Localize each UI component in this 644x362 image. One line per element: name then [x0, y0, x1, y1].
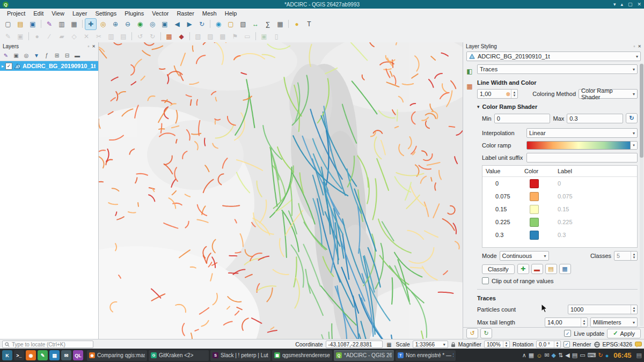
messages-icon[interactable]: [635, 342, 642, 348]
tray-update-icon[interactable]: ↻: [598, 352, 603, 359]
task-firefox-comparing[interactable]: ◉Comparing qgis:mast...: [87, 350, 147, 361]
tray-bluetooth-icon[interactable]: ◆: [552, 352, 556, 359]
expand-all-icon[interactable]: ⊞: [52, 51, 62, 60]
task-softmaker[interactable]: TNon enregistré * — Sp...: [396, 350, 456, 361]
color-map-row[interactable]: 0.30.3: [482, 228, 637, 241]
map-canvas[interactable]: [99, 42, 463, 339]
zoom-to-selection-icon[interactable]: ◎: [147, 18, 158, 30]
panel-settings-icon[interactable]: ▤: [636, 352, 642, 359]
open-layer-styling-icon[interactable]: ✎: [1, 51, 11, 60]
zoom-next-icon[interactable]: ▶: [184, 18, 195, 30]
menu-plugins[interactable]: Plugins: [121, 10, 148, 17]
min-input[interactable]: 0: [494, 114, 551, 123]
collapse-all-icon[interactable]: ⊟: [62, 51, 72, 60]
statistical-summary-icon[interactable]: ∑: [262, 18, 274, 30]
panel-scrollbar[interactable]: [640, 63, 643, 326]
task-slack[interactable]: SSlack | ! peterp | Lutr...: [210, 350, 270, 361]
tray-misc-icon[interactable]: ●: [605, 352, 609, 359]
clip-checkbox[interactable]: [482, 277, 489, 284]
filter-legend-icon[interactable]: ▼: [32, 51, 41, 60]
clear-value-icon[interactable]: ⊗: [506, 90, 511, 98]
color-map-row[interactable]: 0.0750.075: [482, 190, 637, 203]
interpolation-combo[interactable]: Linear: [526, 128, 638, 138]
tray-mail-icon[interactable]: ✉: [544, 352, 549, 359]
map-view[interactable]: [99, 42, 463, 339]
color-map-row[interactable]: 0.150.15: [482, 203, 637, 216]
menu-project[interactable]: Project: [3, 10, 29, 17]
filter-by-expression-icon[interactable]: ƒ: [42, 51, 52, 60]
menu-vector[interactable]: Vector: [148, 10, 172, 17]
project-new-icon[interactable]: ▢: [2, 18, 14, 30]
float-panel-icon[interactable]: ▫: [633, 44, 635, 49]
coordinate-input[interactable]: -43.1087,-22.8381: [326, 341, 383, 348]
map-refresh-icon[interactable]: ↻: [196, 18, 208, 30]
rotation-spinbox[interactable]: 0.0 ° ▲▼: [536, 341, 561, 348]
menu-edit[interactable]: Edit: [30, 10, 47, 17]
tray-clipboard-icon[interactable]: ▤: [572, 352, 577, 359]
color-ramp-dropdown-icon[interactable]: ▾: [631, 141, 638, 150]
project-open-icon[interactable]: ▤: [14, 18, 26, 30]
renderer-combo[interactable]: Traces: [477, 64, 638, 74]
float-panel-icon[interactable]: ▫: [87, 44, 89, 49]
zoom-to-layer-icon[interactable]: ▣: [159, 18, 171, 30]
tray-emoji-icon[interactable]: ☺: [536, 352, 542, 359]
close-window-icon[interactable]: ✕: [637, 2, 641, 7]
tray-expand-icon[interactable]: ∧: [522, 352, 526, 359]
zoom-last-icon[interactable]: ◀: [171, 18, 183, 30]
expander-icon[interactable]: ▸: [2, 64, 4, 69]
menu-view[interactable]: View: [48, 10, 68, 17]
layout-manager-icon[interactable]: ▦: [68, 18, 80, 30]
new-print-layout-icon[interactable]: ▥: [56, 18, 68, 30]
magnifier-spinbox[interactable]: 100% ▲▼: [484, 341, 510, 348]
map-tips-icon[interactable]: ●: [291, 18, 303, 30]
live-update-checkbox[interactable]: ✓: [564, 330, 571, 337]
layer-visibility-checkbox[interactable]: ✓: [5, 63, 12, 70]
apply-button[interactable]: ✓ Apply: [607, 329, 641, 338]
ql-launcher-icon[interactable]: QL: [73, 350, 83, 360]
pan-to-selection-icon[interactable]: ◎: [97, 18, 109, 30]
measure-line-icon[interactable]: ↔: [250, 18, 261, 30]
layers-tree[interactable]: ▸ ✓ ADCIRC_BG_20190910_1t: [0, 61, 98, 339]
classify-button[interactable]: Classify: [482, 264, 515, 274]
color-swatch[interactable]: [530, 192, 539, 201]
reload-min-max-button[interactable]: ↻: [626, 113, 638, 123]
load-color-map-icon[interactable]: ▤: [545, 264, 557, 274]
project-save-icon[interactable]: ▣: [27, 18, 39, 30]
tray-network-icon[interactable]: ⇅: [558, 352, 563, 359]
konsole-icon[interactable]: >_: [14, 350, 24, 360]
tray-volume-icon[interactable]: ◀: [565, 352, 569, 359]
add-group-icon[interactable]: ▣: [11, 51, 21, 60]
line-width-spinbox[interactable]: 1,00 ⊗ ▲▼: [477, 89, 518, 99]
maximize-window-icon[interactable]: ▢: [628, 2, 633, 7]
locate-input[interactable]: Type to locate (Ctrl+K): [2, 341, 93, 348]
select-features-icon[interactable]: ▢: [225, 18, 237, 30]
max-input[interactable]: 0.3: [567, 114, 623, 123]
task-qgsmeshrenderer[interactable]: ▦qgsmeshrenderersetti...: [272, 350, 332, 361]
manage-map-themes-icon[interactable]: ◎: [21, 51, 31, 60]
render-checkbox[interactable]: ✓: [564, 341, 570, 348]
max-tail-length-spinbox[interactable]: 14,00 ▲▼: [545, 317, 588, 327]
text-annotation-icon[interactable]: T: [303, 18, 315, 30]
shade-window-icon[interactable]: ▾: [613, 2, 616, 7]
mode-combo[interactable]: Continuous: [500, 251, 549, 261]
coloring-method-combo[interactable]: Color Ramp Shader: [579, 89, 638, 99]
menu-layer[interactable]: Layer: [69, 10, 91, 17]
menu-settings[interactable]: Settings: [91, 10, 120, 17]
crs-value[interactable]: EPSG:4326: [603, 341, 632, 348]
deselect-features-icon[interactable]: ▧: [237, 18, 249, 30]
color-swatch[interactable]: [530, 179, 539, 188]
add-class-icon[interactable]: ✚: [517, 264, 529, 274]
mouse-extents-icon[interactable]: ▦: [385, 341, 393, 348]
dolphin-icon[interactable]: ▤: [49, 350, 60, 360]
minimize-window-icon[interactable]: ▴: [620, 2, 623, 7]
clock[interactable]: 06:45: [613, 351, 631, 359]
layer-item-adcirc[interactable]: ▸ ✓ ADCIRC_BG_20190910_1t: [0, 61, 98, 71]
zoom-full-icon[interactable]: ◉: [134, 18, 146, 30]
label-unit-suffix-input[interactable]: [526, 153, 638, 162]
particles-count-spinbox[interactable]: 1000 ▲▼: [568, 305, 638, 314]
remove-class-icon[interactable]: ▬: [531, 264, 543, 274]
kde-launcher-icon[interactable]: K: [2, 350, 12, 360]
mesh-symbology-tab-icon[interactable]: ◧: [464, 65, 475, 77]
mesh-digitizing-icon[interactable]: ▦: [163, 31, 175, 42]
color-map-row[interactable]: 00: [482, 177, 637, 190]
